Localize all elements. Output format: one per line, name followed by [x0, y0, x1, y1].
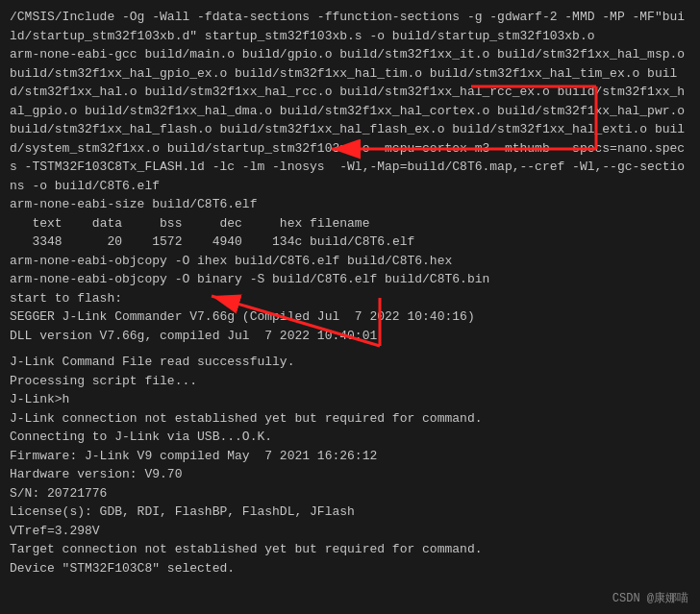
- terminal-line: arm-none-eabi-objcopy -O ihex build/C8T6…: [10, 252, 690, 271]
- terminal-line: J-Link Command File read successfully.: [10, 353, 690, 372]
- terminal-line: Hardware version: V9.70: [10, 465, 690, 484]
- terminal-line: /CMSIS/Include -Og -Wall -fdata-sections…: [10, 8, 690, 45]
- terminal-line: J-Link connection not established yet bu…: [10, 409, 690, 429]
- terminal-line: DLL version V7.66g, compiled Jul 7 2022 …: [10, 327, 690, 346]
- terminal-line: Target connection not established yet bu…: [10, 540, 690, 559]
- terminal-line: Processing script file...: [10, 372, 690, 391]
- terminal-line: VTref=3.298V: [10, 522, 690, 541]
- terminal-line: Connecting to J-Link via USB...O.K.: [10, 428, 690, 447]
- terminal-window: /CMSIS/Include -Og -Wall -fdata-sections…: [0, 0, 700, 614]
- terminal-line: arm-none-eabi-size build/C8T6.elf: [10, 195, 690, 214]
- terminal-line: text data bss dec hex filename: [10, 214, 690, 233]
- terminal-line: 3348 20 1572 4940 134c build/C8T6.elf: [10, 233, 690, 252]
- terminal-line: J-Link>h: [10, 390, 690, 409]
- terminal-line: Device "STM32F103C8" selected.: [10, 559, 690, 578]
- terminal-line: arm-none-eabi-objcopy -O binary -S build…: [10, 270, 690, 289]
- watermark: CSDN @康娜喵: [612, 590, 688, 606]
- terminal-line: S/N: 20721776: [10, 484, 690, 503]
- terminal-line: start to flash:: [10, 289, 690, 308]
- terminal-line: [10, 345, 690, 353]
- terminal-line: License(s): GDB, RDI, FlashBP, FlashDL, …: [10, 503, 690, 522]
- terminal-line: arm-none-eabi-gcc build/main.o build/gpi…: [10, 45, 690, 195]
- terminal-line: SEGGER J-Link Commander V7.66g (Compiled…: [10, 307, 690, 327]
- terminal-line: Firmware: J-Link V9 compiled May 7 2021 …: [10, 447, 690, 466]
